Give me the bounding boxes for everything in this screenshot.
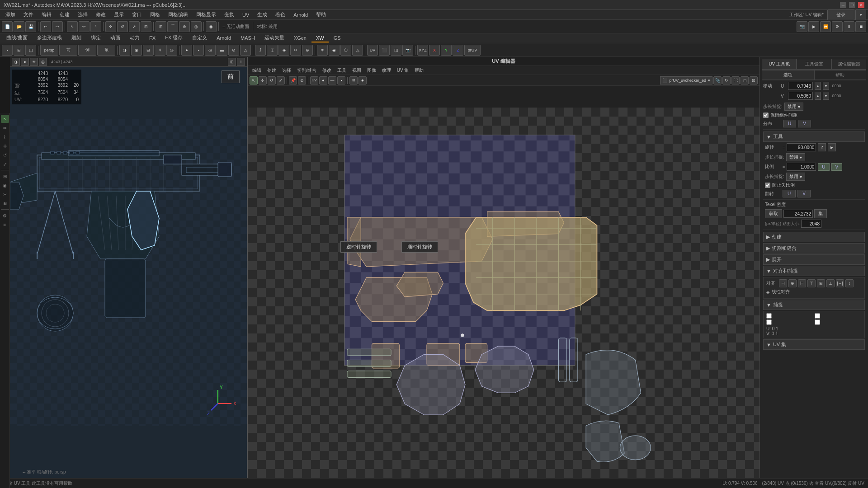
workspace-arrow[interactable]: ▾ (855, 9, 866, 20)
uv-uv-mode-btn[interactable]: UV (310, 76, 318, 84)
open-scene-btn[interactable]: 📂 (14, 21, 24, 32)
universal-manip-btn[interactable]: ⊞ (141, 21, 151, 32)
snap-cb1[interactable] (766, 313, 772, 319)
tab-uv-toolkit[interactable]: UV 工具包 (762, 59, 797, 70)
move-tool-btn[interactable]: ✛ (105, 21, 116, 32)
scale-snap-dropdown[interactable]: 禁用 ▾ (786, 173, 805, 181)
sidebar-move-icon[interactable]: ✛ (1, 142, 9, 150)
texel-get-btn[interactable]: 获取 (765, 209, 782, 218)
menu-window[interactable]: 窗口 (128, 10, 146, 19)
align-dist-h-btn[interactable]: |↔| (836, 279, 844, 287)
menu-display[interactable]: 显示 (110, 10, 127, 19)
tab-fxcache[interactable]: FX 缓存 (160, 33, 187, 43)
tab-gs[interactable]: GS (329, 34, 345, 42)
soft-select-btn[interactable]: ◉ (206, 21, 217, 32)
connect-btn[interactable]: ⊕ (302, 45, 313, 56)
move-v-input[interactable] (788, 92, 813, 100)
vp-front-btn[interactable]: 前 (59, 45, 77, 56)
sidebar-lasso-icon[interactable]: ⌇ (1, 133, 9, 141)
texture-btn[interactable]: ⬛ (379, 45, 390, 56)
close-button[interactable]: ✕ (858, 2, 864, 8)
pruv-btn[interactable]: prUV (464, 45, 481, 56)
vp-hud-btn[interactable]: i (237, 58, 245, 66)
subtab-help[interactable]: 帮助 (814, 70, 867, 80)
uv-menu-view[interactable]: 视图 (349, 67, 364, 74)
uv-fit-btn[interactable]: ⊡ (750, 76, 758, 84)
camera-icon-btn[interactable]: 📷 (402, 45, 413, 56)
login-button[interactable]: 登录 (827, 9, 854, 20)
menu-shade[interactable]: 着色 (272, 10, 289, 19)
camera-settings-btn[interactable]: 📷 (797, 21, 807, 32)
pause-btn[interactable]: ⏸ (844, 21, 854, 32)
sidebar-uvcut-icon[interactable]: ✂ (1, 190, 9, 198)
vp-side-btn[interactable]: 侧 (78, 45, 96, 56)
sidebar-uvunfold-icon[interactable]: ◉ (1, 181, 9, 189)
scale-input[interactable] (787, 163, 816, 171)
bevel-btn[interactable]: ◈ (278, 45, 289, 56)
redo-btn[interactable]: ↪ (52, 21, 63, 32)
menu-select[interactable]: 选择 (74, 10, 91, 19)
vp-shade2-btn[interactable]: ◉ (131, 45, 142, 56)
texel-mapsize-input[interactable] (801, 220, 821, 228)
distribute-v-btn[interactable]: V (798, 120, 811, 127)
fill-hole-btn[interactable]: ⬡ (340, 45, 351, 56)
uv-shrink-btn[interactable]: ◻ (741, 76, 749, 84)
uv-menu-image[interactable]: 图像 (364, 67, 379, 74)
vp-xray2-btn[interactable]: ◎ (39, 58, 47, 66)
menu-uv[interactable]: UV (239, 11, 253, 19)
menu-mesh-display[interactable]: 网格显示 (193, 10, 220, 19)
scale-u-btn[interactable]: U (818, 163, 829, 171)
menu-transform[interactable]: 变换 (221, 10, 238, 19)
vp-top-btn[interactable]: 顶 (97, 45, 115, 56)
rotate-input[interactable] (787, 143, 816, 151)
menu-mesh[interactable]: 网格 (146, 10, 164, 19)
uv-checker-btn[interactable]: ⊞ (349, 76, 358, 84)
rotate-tool-btn[interactable]: ↺ (117, 21, 128, 32)
menu-modify[interactable]: 修改 (92, 10, 109, 19)
render-sequence-btn[interactable]: ⏩ (820, 21, 831, 32)
axis-z-btn[interactable]: Z (453, 45, 463, 56)
align-section-header[interactable]: ▼ 对齐和捕捉 (763, 266, 865, 276)
mesh-cylinder[interactable]: ◷ (205, 45, 216, 56)
create-section-header[interactable]: ▶ 创建 (763, 232, 865, 242)
vp-toggle-btn[interactable]: ◫ (25, 45, 36, 56)
tab-rig[interactable]: 绑定 (86, 33, 105, 43)
uv-menu-texture[interactable]: 纹理 (379, 67, 394, 74)
subtab-options[interactable]: 选项 (762, 70, 814, 80)
tab-fx2[interactable]: FX (145, 34, 160, 42)
snap-grid-btn[interactable]: ⊞ (156, 21, 166, 32)
mesh-cone[interactable]: △ (240, 45, 251, 56)
sidebar-layers-icon[interactable]: ≡ (1, 221, 9, 229)
uv-menu-uvsets[interactable]: UV 集 (394, 67, 412, 74)
uv-ccw-rotate-btn[interactable]: 逆时针旋转 (340, 241, 377, 253)
tab-xw[interactable]: XW (311, 34, 329, 42)
triangulate-btn[interactable]: △ (352, 45, 363, 56)
align-left-btn[interactable]: ⊣ (779, 279, 787, 287)
viewport-3d[interactable]: ◑ ● ☀ ◎ 4243 | 4243 ⊞ i 4243 4243 8054 8… (10, 57, 248, 478)
sidebar-paint-icon[interactable]: ✏ (1, 124, 9, 132)
sidebar-scale-icon[interactable]: ⤢ (1, 160, 9, 168)
uv-cw-rotate-btn[interactable]: 顺时针旋转 (401, 241, 438, 253)
uv-canvas[interactable]: 逆时针旋转 顺时针旋转 (248, 108, 760, 478)
uv-menu-modify[interactable]: 修改 (320, 67, 334, 74)
extrude-btn[interactable]: ⤴ (255, 45, 266, 56)
auto-uv-btn[interactable]: ◫ (391, 45, 401, 56)
menu-arnold[interactable]: Arnold (290, 11, 311, 19)
uv-menu-select[interactable]: 选择 (279, 67, 294, 74)
texel-set-btn[interactable]: 集 (814, 209, 827, 218)
uv-unpin-btn[interactable]: ⊘ (298, 76, 306, 84)
rotate-reset-btn[interactable]: ↺ (818, 143, 826, 151)
uv-pin-btn[interactable]: 📌 (289, 76, 297, 84)
tab-attr-editor[interactable]: 属性编辑器 (831, 59, 866, 70)
uv-pin-tex-btn[interactable]: 📎 (713, 76, 722, 84)
tab-poly[interactable]: 多边形建模 (33, 33, 66, 43)
tab-curves[interactable]: 曲线/曲面 (2, 33, 32, 43)
multi-cut-btn[interactable]: ✂ (290, 45, 301, 56)
uv-vert-mode-btn[interactable]: ● (319, 76, 327, 84)
paint-select-btn[interactable]: ✏ (79, 21, 90, 32)
smooth-btn[interactable]: ≋ (317, 45, 328, 56)
tab-xgen[interactable]: XGen (289, 34, 311, 42)
uv-texture-selector[interactable]: ⬛ prUV_uvchecker_ed ▾ (660, 76, 712, 84)
unfold-section-header[interactable]: ▶ 展开 (763, 254, 865, 265)
uv-select-btn[interactable]: ↖ (250, 76, 258, 84)
